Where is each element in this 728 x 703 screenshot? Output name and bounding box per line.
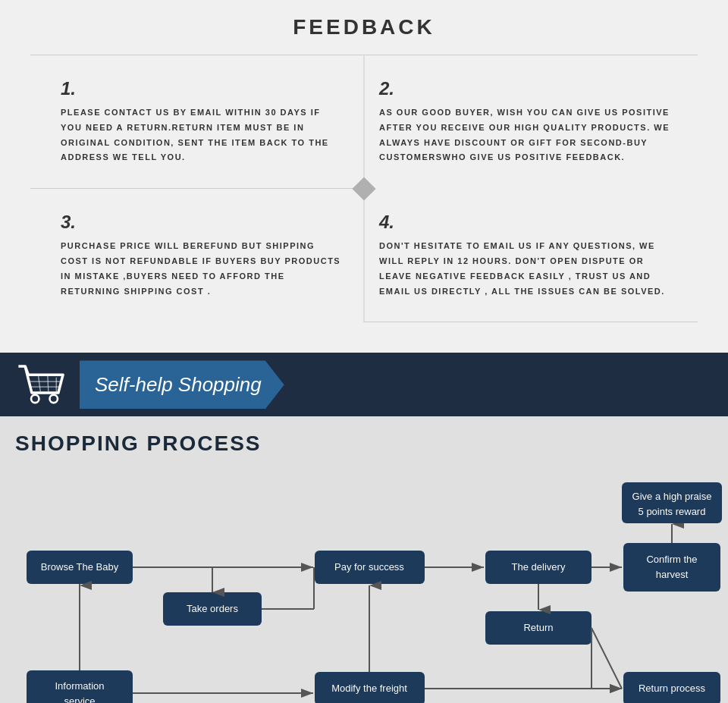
svg-text:Return: Return [523, 622, 553, 633]
svg-text:Return process: Return process [639, 683, 706, 694]
svg-line-3 [39, 376, 41, 391]
svg-text:5 points reward: 5 points reward [639, 506, 706, 517]
flow-diagram: Browse The Baby Take orders Pay for succ… [15, 479, 728, 703]
feedback-item-2: 2. AS OUR GOOD BUYER, WISH YOU CAN GIVE … [364, 55, 698, 189]
feedback-num-3: 3. [61, 212, 341, 233]
svg-text:Take orders: Take orders [187, 603, 238, 614]
feedback-text-1: PLEASE CONTACT US BY EMAIL WITHIN 30 DAY… [61, 105, 341, 165]
svg-text:Confirm the: Confirm the [646, 554, 697, 565]
banner-label: Self-help Shopping [95, 373, 262, 397]
feedback-item-1: 1. PLEASE CONTACT US BY EMAIL WITHIN 30 … [30, 55, 364, 189]
feedback-text-3: PURCHASE PRICE WILL BEREFUND BUT SHIPPIN… [61, 239, 341, 299]
process-title: SHOPPING PROCESS [15, 432, 713, 456]
svg-line-4 [48, 376, 49, 391]
feedback-num-1: 1. [61, 78, 341, 99]
svg-line-48 [592, 628, 622, 689]
svg-point-2 [50, 395, 58, 403]
svg-text:Information: Information [55, 680, 104, 692]
feedback-text-2: AS OUR GOOD BUYER, WISH YOU CAN GIVE US … [379, 105, 675, 165]
feedback-num-4: 4. [379, 212, 675, 233]
svg-rect-23 [623, 543, 720, 592]
process-section: SHOPPING PROCESS Brow [0, 416, 728, 703]
flow-svg: Browse The Baby Take orders Pay for succ… [15, 479, 728, 703]
svg-text:The delivery: The delivery [512, 561, 566, 573]
svg-text:Modify the freight: Modify the freight [331, 683, 407, 694]
cart-icon-wrapper [15, 362, 68, 407]
feedback-item-4: 4. DON'T HESITATE TO EMAIL US IF ANY QUE… [364, 189, 698, 322]
banner-label-box: Self-help Shopping [80, 360, 284, 409]
feedback-grid: 1. PLEASE CONTACT US BY EMAIL WITHIN 30 … [30, 55, 698, 322]
svg-text:harvest: harvest [656, 569, 689, 580]
svg-text:Pay for success: Pay for success [334, 561, 404, 573]
svg-text:Give a high praise: Give a high praise [632, 491, 712, 502]
feedback-item-3: 3. PURCHASE PRICE WILL BEREFUND BUT SHIP… [30, 189, 364, 322]
feedback-title: FEEDBACK [30, 15, 698, 39]
feedback-text-4: DON'T HESITATE TO EMAIL US IF ANY QUESTI… [379, 239, 675, 299]
svg-point-1 [31, 395, 39, 403]
shopping-banner: Self-help Shopping [0, 353, 728, 416]
svg-text:service: service [64, 695, 95, 703]
feedback-section: FEEDBACK 1. PLEASE CONTACT US BY EMAIL W… [0, 0, 728, 353]
feedback-num-2: 2. [379, 78, 675, 99]
cart-icon [15, 362, 68, 407]
svg-text:Browse The Baby: Browse The Baby [41, 561, 119, 573]
